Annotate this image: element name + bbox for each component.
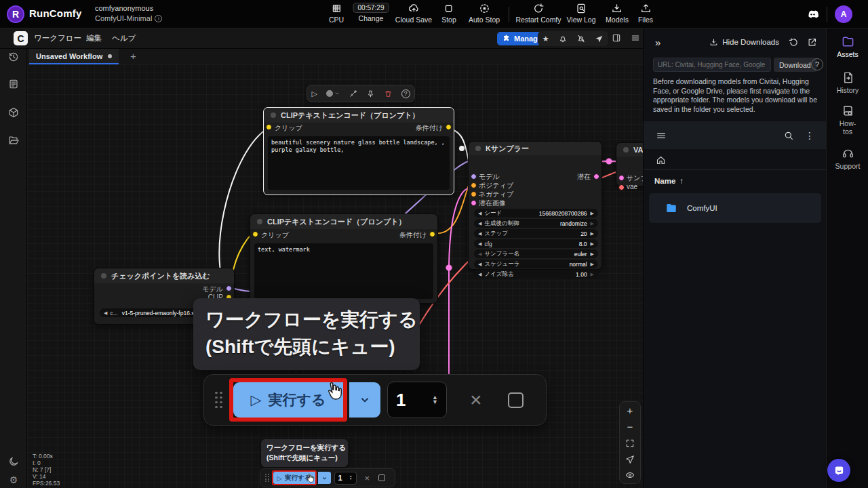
widget-next-icon[interactable]: ▶: [591, 211, 594, 216]
widget-prev-icon[interactable]: ◀: [478, 211, 481, 216]
scheduler-widget[interactable]: ◀スケジューラnormal▶: [474, 260, 598, 268]
input-slot-clip[interactable]: [266, 124, 272, 130]
view-log-button[interactable]: View Log: [566, 3, 595, 24]
widget-next-icon[interactable]: ▶: [591, 221, 594, 226]
sidebar-toggle-icon[interactable]: [612, 33, 621, 43]
widget-prev-icon[interactable]: ◀: [478, 262, 481, 267]
widget-prev-icon[interactable]: ◀: [104, 310, 107, 316]
fit-view-icon[interactable]: [625, 439, 635, 448]
run-options-dropdown[interactable]: [318, 472, 331, 484]
interrupt-button[interactable]: [378, 474, 385, 481]
sidebar-item-history[interactable]: History: [827, 71, 868, 94]
run-node-icon[interactable]: ▷: [311, 89, 317, 98]
cloud-save-button[interactable]: Cloud Save: [395, 3, 432, 24]
zoom-out-icon[interactable]: −: [627, 422, 633, 432]
output-slot-model[interactable]: [226, 285, 232, 291]
home-icon[interactable]: [656, 155, 666, 165]
bell-icon[interactable]: [558, 34, 568, 43]
model-url-input[interactable]: [653, 58, 771, 72]
node-ksampler[interactable]: Kサンプラー モデル ポジティブ ネガティブ 潜在画像 潜在 ◀シード15668…: [468, 141, 602, 270]
info-icon[interactable]: i: [155, 15, 162, 22]
menu-help[interactable]: ヘルプ: [112, 33, 136, 43]
collapse-dot[interactable]: [623, 147, 629, 152]
menu-edit[interactable]: 編集: [86, 33, 102, 43]
input-slot-vae[interactable]: [618, 184, 625, 190]
collapse-dot[interactable]: [271, 113, 276, 118]
restart-comfy-button[interactable]: Restart Comfy: [515, 3, 561, 24]
node-vae-decode[interactable]: VAE サンプ. vae: [616, 142, 643, 186]
node-clip-text-encode-negative[interactable]: CLIPテキストエンコード（プロンプト） クリップ 条件付け text, wat…: [250, 214, 438, 304]
count-down-icon[interactable]: ▼: [432, 400, 438, 405]
output-slot-conditioning[interactable]: [446, 124, 452, 130]
avatar[interactable]: A: [835, 5, 852, 23]
input-slot-latent-image[interactable]: [471, 200, 477, 206]
zoom-in-icon[interactable]: +: [627, 405, 633, 415]
widget-next-icon[interactable]: ▶: [591, 262, 594, 267]
search-icon[interactable]: [783, 130, 794, 141]
steps-widget[interactable]: ◀ステップ20▶: [474, 229, 598, 238]
batch-count-stepper[interactable]: 1 ▲ ▼: [387, 382, 447, 418]
prompt-textarea[interactable]: text, watermark: [254, 243, 433, 299]
files-button[interactable]: Files: [638, 3, 653, 24]
auto-stop-button[interactable]: Auto Stop: [469, 3, 500, 24]
theme-moon-icon[interactable]: [8, 456, 20, 468]
models-button[interactable]: Models: [606, 3, 629, 24]
share-arrow-icon[interactable]: [595, 35, 604, 43]
sampler-name-widget[interactable]: ◀サンプラー名euler▶: [474, 249, 598, 258]
sidebar-item-support[interactable]: Support: [827, 147, 868, 170]
output-slot-latent[interactable]: [593, 174, 599, 180]
run-options-dropdown[interactable]: [349, 382, 380, 418]
collapse-dot[interactable]: [257, 219, 262, 224]
denoise-widget[interactable]: ◀ノイズ除去1.00▶: [474, 270, 598, 279]
widget-prev-icon[interactable]: ◀: [478, 272, 481, 277]
model-library-icon[interactable]: [8, 107, 20, 119]
input-slot-clip[interactable]: [252, 231, 258, 237]
pan-mode-icon[interactable]: [625, 455, 635, 464]
workflows-folder-icon[interactable]: [8, 135, 20, 146]
drag-handle-icon[interactable]: [265, 474, 269, 483]
widget-next-icon[interactable]: ▶: [591, 241, 594, 247]
bypass-icon[interactable]: [349, 89, 357, 98]
hamburger-menu-icon[interactable]: [656, 130, 667, 141]
sidebar-item-assets[interactable]: Assets: [827, 35, 868, 58]
bell-slash-icon[interactable]: [576, 34, 586, 43]
collapse-dot[interactable]: [101, 273, 106, 279]
change-machine-button[interactable]: 00:57:29 Change: [353, 3, 389, 22]
new-tab-button[interactable]: +: [130, 50, 136, 62]
stop-button[interactable]: Stop: [441, 3, 456, 24]
kebab-menu-icon[interactable]: ⋮: [805, 130, 814, 141]
interrupt-button[interactable]: [508, 392, 524, 408]
cfg-widget[interactable]: ◀cfg8.0▶: [474, 239, 598, 248]
node-library-icon[interactable]: [8, 79, 20, 90]
settings-gear-icon[interactable]: ⚙: [9, 474, 18, 485]
input-slot-negative[interactable]: [471, 191, 477, 197]
batch-count-stepper[interactable]: 1 ▲ ▼: [334, 472, 357, 485]
sidebar-item-how-tos[interactable]: How-tos: [827, 104, 868, 136]
collapse-dot[interactable]: [475, 146, 481, 151]
drag-handle-icon[interactable]: [215, 392, 222, 409]
node-clip-text-encode-positive[interactable]: CLIPテキストエンコード（プロンプト） クリップ 条件付け beautiful…: [263, 107, 454, 195]
widget-prev-icon[interactable]: ◀: [478, 251, 481, 257]
refresh-icon[interactable]: [789, 37, 799, 47]
star-icon[interactable]: ★: [542, 35, 549, 43]
toggle-visibility-icon[interactable]: [625, 470, 635, 480]
node-help-icon[interactable]: ?: [401, 89, 410, 98]
help-icon[interactable]: ?: [811, 58, 823, 70]
widget-next-icon[interactable]: ▶: [591, 251, 594, 257]
input-slot-samples[interactable]: [618, 175, 625, 181]
delete-node-icon[interactable]: [384, 89, 393, 98]
menu-workflow[interactable]: ワークフロー: [34, 33, 81, 43]
node-color-icon[interactable]: [326, 90, 340, 97]
discord-icon[interactable]: [806, 8, 819, 21]
folder-row-comfyui[interactable]: ComfyUI: [649, 193, 821, 223]
output-slot-conditioning[interactable]: [429, 231, 435, 237]
pin-icon[interactable]: [366, 89, 375, 98]
collapse-panel-icon[interactable]: »: [655, 37, 660, 48]
widget-prev-icon[interactable]: ◀: [478, 241, 481, 247]
workflow-history-icon[interactable]: [8, 52, 20, 63]
widget-next-icon[interactable]: ▶: [591, 272, 594, 277]
control-after-generate-widget[interactable]: ◀生成後の制御randomize▶: [474, 219, 598, 228]
widget-next-icon[interactable]: ▶: [591, 231, 594, 237]
chat-bubble-button[interactable]: [827, 459, 850, 482]
clear-queue-button[interactable]: ×: [365, 473, 370, 483]
